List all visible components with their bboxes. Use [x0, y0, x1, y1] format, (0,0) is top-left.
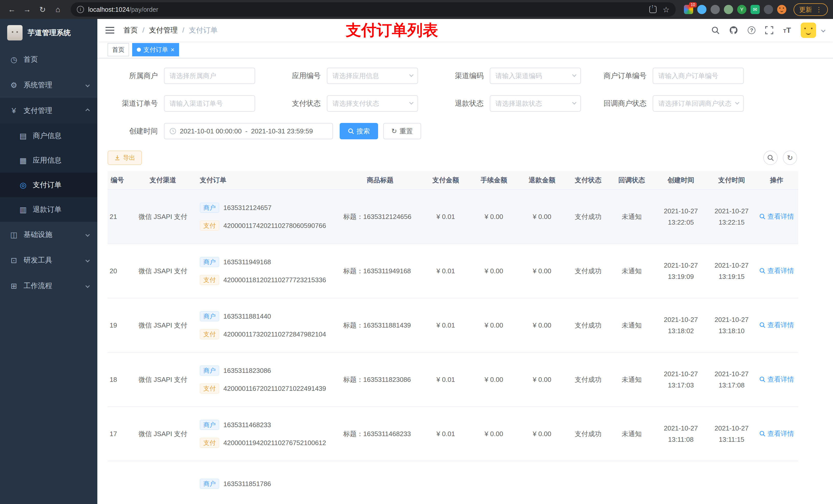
- pay-amount: ¥ 0.01: [421, 298, 470, 352]
- extension-badge: 10: [689, 2, 697, 7]
- profile-avatar-icon[interactable]: [777, 5, 786, 14]
- back-icon[interactable]: ←: [5, 3, 19, 16]
- extension-icon-3[interactable]: [711, 5, 720, 14]
- navbar-actions: ? TT: [711, 23, 825, 38]
- pay-order-icon: ◎: [19, 181, 28, 190]
- product-title: 标题：1635312124656: [339, 190, 421, 244]
- sidebar-item-infrastructure[interactable]: ◫ 基础设施: [0, 222, 97, 247]
- pay-clock: 13:17:08: [708, 380, 755, 391]
- product-title: 标题：1635311949168: [339, 244, 421, 298]
- show-search-toggle-button[interactable]: [763, 150, 778, 165]
- pay-status-select[interactable]: [327, 95, 418, 112]
- app-id-select[interactable]: [327, 68, 418, 84]
- callback-status-select[interactable]: [653, 95, 744, 112]
- merchant-input[interactable]: [164, 68, 255, 84]
- extensions-pin-icon[interactable]: [764, 5, 773, 14]
- view-detail-link[interactable]: 查看详情: [759, 266, 794, 275]
- view-detail-link[interactable]: 查看详情: [759, 429, 794, 438]
- devtools-icon: ⊡: [9, 256, 19, 265]
- site-info-icon[interactable]: i: [77, 6, 84, 13]
- breadcrumb-item[interactable]: 支付订单: [189, 25, 218, 35]
- pay-time: 2021-10-27 13:11:15: [708, 407, 755, 461]
- tab-close-icon[interactable]: ×: [171, 46, 174, 53]
- merchant-order-no-input[interactable]: [653, 68, 744, 84]
- filter-label: 渠道编码: [433, 71, 490, 81]
- tab-home[interactable]: 首页: [108, 43, 129, 56]
- breadcrumb-item[interactable]: 首页: [123, 25, 138, 35]
- sidebar-item-payment-management[interactable]: ¥ 支付管理: [0, 98, 97, 123]
- reload-icon[interactable]: ↻: [36, 3, 49, 16]
- pay-order-line: 支付 4200001167202110271022491439: [200, 383, 339, 393]
- extension-icon-2[interactable]: [697, 5, 707, 14]
- sidebar-logo[interactable]: 芋道管理系统: [0, 19, 97, 47]
- sidebar-item-home[interactable]: ◷ 首页: [0, 47, 97, 72]
- fee-amount: ¥ 0.00: [470, 244, 518, 298]
- omnibox-actions: ☆: [649, 5, 670, 14]
- sidebar-menu: ◷ 首页 ⚙ 系统管理 ¥ 支付管理 ▤ 商户信息 ▦ 应用信息 ◎ 支付订单 …: [0, 47, 97, 298]
- font-size-icon[interactable]: TT: [783, 26, 791, 34]
- create-date: 2021-10-27: [654, 314, 708, 325]
- search-icon[interactable]: [711, 26, 719, 34]
- pay-status: [567, 461, 610, 504]
- sidebar-item-label: 首页: [24, 54, 38, 64]
- github-icon[interactable]: [729, 26, 738, 34]
- create-clock: 13:19:09: [654, 271, 708, 282]
- browser-menu-icon[interactable]: ⋮: [815, 6, 822, 14]
- forward-icon[interactable]: →: [21, 3, 34, 16]
- filter-control: [164, 68, 255, 84]
- filter-field-channel-order-no: 渠道订单号: [108, 95, 270, 112]
- refund-status-select[interactable]: [490, 95, 581, 112]
- extension-icon-6[interactable]: ✉: [751, 5, 760, 14]
- pay-badge: 支付: [200, 220, 219, 231]
- sidebar-item-dev-tools[interactable]: ⊡ 研发工具: [0, 247, 97, 273]
- sidebar-item-workflow[interactable]: ⊞ 工作流程: [0, 273, 97, 298]
- fullscreen-icon[interactable]: [765, 26, 773, 34]
- merchant-order-line: 商户 1635312124657: [200, 202, 339, 213]
- tab-payment-orders[interactable]: 支付订单 ×: [132, 43, 179, 56]
- pay-channel: 微信 JSAPI 支付: [131, 407, 195, 461]
- sidebar-item-app-info[interactable]: ▦ 应用信息: [0, 148, 97, 173]
- pay-time: 2021-10-27 13:19:15: [708, 244, 755, 298]
- bookmark-star-icon[interactable]: ☆: [663, 5, 670, 14]
- search-icon: [759, 213, 765, 219]
- sidebar-item-merchant-info[interactable]: ▤ 商户信息: [0, 123, 97, 148]
- create-clock: 13:11:08: [654, 434, 708, 445]
- view-detail-link[interactable]: 查看详情: [759, 212, 794, 221]
- sidebar-item-label: 工作流程: [24, 281, 52, 291]
- col-id: 编号: [108, 171, 131, 190]
- browser-update-button[interactable]: 更新 ⋮: [793, 3, 828, 16]
- refresh-table-button[interactable]: ↻: [783, 150, 797, 165]
- user-avatar[interactable]: [801, 23, 816, 38]
- create-clock: 13:17:03: [654, 380, 708, 391]
- col-pay-time: 支付时间: [708, 171, 755, 190]
- export-button[interactable]: 导出: [108, 150, 142, 165]
- sidebar-item-refund-orders[interactable]: ▥ 退款订单: [0, 197, 97, 222]
- hamburger-icon[interactable]: [105, 27, 114, 33]
- view-detail-link[interactable]: 查看详情: [759, 375, 794, 384]
- date-range-input[interactable]: 2021-10-01 00:00:00 - 2021-10-31 23:59:5…: [164, 123, 333, 139]
- view-detail-link[interactable]: 查看详情: [759, 321, 794, 330]
- pay-amount: ¥ 0.01: [421, 407, 470, 461]
- reset-button[interactable]: ↻ 重置: [383, 123, 421, 139]
- extension-icon-4[interactable]: [724, 5, 733, 14]
- extension-icon-5[interactable]: Y: [737, 5, 746, 14]
- sidebar-item-system-management[interactable]: ⚙ 系统管理: [0, 72, 97, 98]
- search-button[interactable]: 搜索: [340, 123, 378, 139]
- tab-label: 支付订单: [143, 46, 168, 54]
- filter-control: [327, 68, 418, 84]
- breadcrumb-item[interactable]: 支付管理: [149, 25, 178, 35]
- help-icon[interactable]: ?: [748, 26, 755, 34]
- download-icon: [114, 155, 120, 161]
- user-dropdown-caret-icon[interactable]: [821, 28, 826, 32]
- address-bar[interactable]: i localhost:1024/pay/order ☆: [71, 2, 676, 17]
- channel-code-select[interactable]: [490, 68, 581, 84]
- channel-order-no-input[interactable]: [164, 95, 255, 112]
- filter-label: 支付状态: [270, 99, 327, 108]
- sidebar-item-payment-orders[interactable]: ◎ 支付订单: [0, 173, 97, 197]
- pay-status: 支付成功: [567, 190, 610, 244]
- col-order: 支付订单: [195, 171, 339, 190]
- home-icon[interactable]: ⌂: [51, 3, 65, 16]
- share-icon[interactable]: [649, 6, 657, 13]
- extension-icon-1[interactable]: 10: [684, 5, 693, 14]
- table-row: 17 微信 JSAPI 支付 商户 1635311468233 支付 42000…: [108, 407, 798, 461]
